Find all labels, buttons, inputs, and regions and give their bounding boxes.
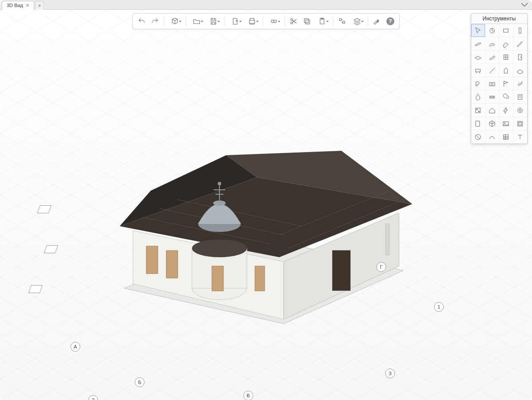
furniture-icon	[474, 67, 482, 75]
undo-button[interactable]	[136, 15, 148, 27]
svg-rect-57	[476, 108, 481, 113]
tool-extrude[interactable]	[499, 64, 513, 77]
svg-rect-68	[504, 134, 509, 139]
svg-point-43	[520, 57, 521, 58]
book-icon	[474, 120, 482, 128]
tool-wedge[interactable]	[485, 51, 500, 64]
slab-icon	[474, 53, 482, 61]
tool-book[interactable]	[471, 117, 485, 130]
tool-dice[interactable]	[471, 104, 485, 117]
tool-text[interactable]	[513, 130, 528, 144]
cut-button[interactable]	[288, 15, 300, 27]
tool-panel[interactable]	[513, 117, 528, 130]
tool-slab[interactable]	[471, 51, 485, 64]
tool-dimension[interactable]	[485, 90, 500, 104]
grid-label-G: Г	[376, 262, 386, 272]
settings-button[interactable]	[371, 15, 383, 27]
tool-line[interactable]	[485, 64, 500, 77]
grid-label-3: 3	[385, 369, 395, 378]
tool-image[interactable]	[499, 117, 513, 130]
floppy-icon	[210, 17, 218, 25]
extrude-icon	[502, 67, 510, 75]
attach-button[interactable]	[266, 15, 282, 27]
door-icon	[516, 53, 524, 61]
tool-drop[interactable]	[471, 90, 485, 104]
tool-door[interactable]	[513, 51, 528, 64]
view-cube-button[interactable]	[167, 15, 183, 27]
tool-brick[interactable]	[513, 64, 528, 77]
svg-line-47	[489, 68, 495, 73]
tool-home[interactable]	[485, 104, 500, 117]
layers-button[interactable]	[349, 15, 365, 27]
tool-wall-straight[interactable]	[471, 37, 485, 51]
grid-label-V: В	[243, 391, 253, 400]
tool-window[interactable]	[499, 51, 513, 64]
tool-note[interactable]	[513, 90, 528, 104]
svg-point-26	[271, 20, 274, 23]
svg-rect-37	[504, 29, 509, 32]
tab-add-button[interactable]: +	[35, 1, 44, 10]
svg-rect-20	[146, 246, 158, 274]
open-button[interactable]	[189, 15, 205, 27]
tool-wall-curved[interactable]	[485, 37, 500, 51]
svg-rect-25	[386, 224, 389, 255]
svg-point-61	[519, 109, 521, 111]
svg-rect-21	[166, 251, 178, 278]
target-icon	[516, 106, 524, 114]
viewport-3d[interactable]: А Б В Г 1 2 3	[0, 10, 532, 400]
tool-spiral[interactable]	[499, 90, 513, 104]
toolbar-separator	[333, 16, 333, 26]
cube-icon	[171, 17, 179, 25]
svg-rect-35	[343, 21, 345, 24]
tool-column[interactable]	[513, 24, 528, 37]
text-icon	[516, 133, 524, 141]
pipe-icon	[516, 80, 524, 88]
tabs-collapse-button[interactable]	[520, 0, 529, 9]
svg-point-13	[192, 239, 247, 257]
tab-3d-view[interactable]: 3D Вид ×	[2, 1, 34, 10]
tool-flag[interactable]	[499, 77, 513, 90]
tool-no-entry[interactable]	[471, 130, 485, 144]
redo-button[interactable]	[149, 15, 161, 27]
tool-bolt[interactable]	[499, 104, 513, 117]
dice-icon	[474, 106, 482, 114]
tool-select[interactable]	[471, 24, 485, 37]
tool-camera[interactable]	[485, 77, 500, 90]
tool-pencil[interactable]	[513, 37, 528, 51]
export-button[interactable]	[227, 15, 243, 27]
wedge-icon	[488, 53, 496, 61]
tool-pipe[interactable]	[513, 77, 528, 90]
print-button[interactable]	[244, 15, 260, 27]
tools-panel[interactable]: Инструменты	[471, 13, 528, 144]
brick-icon	[516, 67, 524, 75]
tool-hatch[interactable]	[499, 130, 513, 144]
copy-button[interactable]	[301, 15, 313, 27]
curve-icon	[488, 133, 496, 141]
tool-measure-angle[interactable]	[485, 24, 500, 37]
tool-rectangle[interactable]	[499, 24, 513, 37]
svg-rect-30	[306, 20, 310, 24]
grid-label-1: 1	[434, 302, 444, 312]
column-icon	[516, 27, 524, 35]
rectangle-icon	[502, 27, 510, 35]
wrench-icon	[373, 17, 381, 25]
tool-curve[interactable]	[485, 130, 500, 144]
tool-eraser[interactable]	[499, 37, 513, 51]
line-icon	[488, 67, 496, 75]
save-button[interactable]	[206, 15, 222, 27]
help-button[interactable]: ?	[384, 15, 397, 27]
tool-target[interactable]	[513, 104, 528, 117]
close-icon[interactable]: ×	[26, 2, 29, 8]
svg-point-59	[478, 111, 479, 112]
grid-label-A: А	[70, 342, 80, 352]
scissors-icon	[290, 17, 298, 25]
paste-button[interactable]	[314, 15, 330, 27]
main-toolbar: ?	[133, 13, 400, 29]
tool-polyhedron[interactable]	[485, 117, 500, 130]
svg-point-58	[477, 109, 477, 110]
align-button[interactable]	[336, 15, 348, 27]
tool-profile[interactable]	[471, 77, 485, 90]
panel-icon	[516, 120, 524, 128]
svg-point-29	[291, 22, 293, 24]
tool-furniture[interactable]	[471, 64, 485, 77]
